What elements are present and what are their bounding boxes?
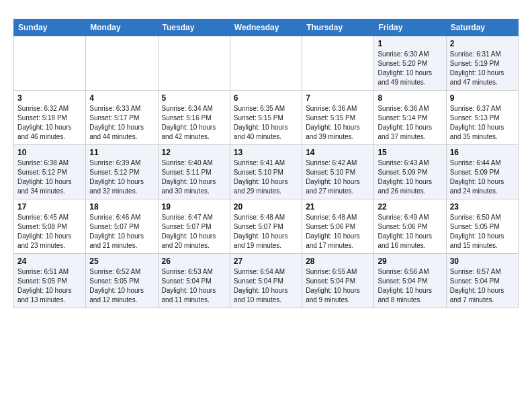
day-detail: Sunrise: 6:39 AM Sunset: 5:12 PM Dayligh… [89,158,154,196]
calendar-cell [158,36,230,91]
calendar-cell: 11Sunrise: 6:39 AM Sunset: 5:12 PM Dayli… [86,145,158,199]
calendar-cell: 18Sunrise: 6:46 AM Sunset: 5:07 PM Dayli… [86,199,158,254]
calendar-cell: 22Sunrise: 6:49 AM Sunset: 5:06 PM Dayli… [374,199,446,254]
calendar-row-5: 24Sunrise: 6:51 AM Sunset: 5:05 PM Dayli… [14,254,519,308]
calendar-cell [230,36,302,91]
calendar-table: SundayMondayTuesdayWednesdayThursdayFrid… [13,19,519,308]
day-detail: Sunrise: 6:48 AM Sunset: 5:07 PM Dayligh… [234,213,298,250]
calendar-cell: 8Sunrise: 6:36 AM Sunset: 5:14 PM Daylig… [374,91,446,145]
day-number: 2 [450,39,515,48]
day-number: 27 [234,257,298,266]
day-detail: Sunrise: 6:32 AM Sunset: 5:18 PM Dayligh… [17,104,82,142]
day-number: 4 [89,93,154,103]
calendar-cell: 25Sunrise: 6:52 AM Sunset: 5:05 PM Dayli… [86,254,158,308]
calendar-cell: 27Sunrise: 6:54 AM Sunset: 5:04 PM Dayli… [230,254,302,308]
day-number: 7 [306,93,370,103]
day-detail: Sunrise: 6:42 AM Sunset: 5:10 PM Dayligh… [306,158,370,196]
calendar-cell: 15Sunrise: 6:43 AM Sunset: 5:09 PM Dayli… [374,145,446,199]
day-detail: Sunrise: 6:35 AM Sunset: 5:15 PM Dayligh… [234,104,298,142]
day-detail: Sunrise: 6:53 AM Sunset: 5:04 PM Dayligh… [162,267,226,305]
calendar-cell: 13Sunrise: 6:41 AM Sunset: 5:10 PM Dayli… [230,145,302,199]
day-detail: Sunrise: 6:49 AM Sunset: 5:06 PM Dayligh… [378,213,442,250]
calendar-cell: 26Sunrise: 6:53 AM Sunset: 5:04 PM Dayli… [158,254,230,308]
day-number: 30 [450,257,515,266]
day-number: 29 [378,257,442,266]
calendar-row-4: 17Sunrise: 6:45 AM Sunset: 5:08 PM Dayli… [14,199,519,254]
calendar-cell: 20Sunrise: 6:48 AM Sunset: 5:07 PM Dayli… [230,199,302,254]
day-number: 1 [378,39,442,48]
calendar-cell: 28Sunrise: 6:55 AM Sunset: 5:04 PM Dayli… [302,254,374,308]
day-detail: Sunrise: 6:43 AM Sunset: 5:09 PM Dayligh… [378,158,442,196]
calendar-row-1: 1Sunrise: 6:30 AM Sunset: 5:20 PM Daylig… [14,36,519,91]
day-number: 21 [306,202,370,212]
day-number: 10 [17,148,82,157]
day-number: 22 [378,202,442,212]
calendar-cell: 23Sunrise: 6:50 AM Sunset: 5:05 PM Dayli… [446,199,518,254]
weekday-header-row: SundayMondayTuesdayWednesdayThursdayFrid… [14,19,519,36]
calendar-cell [14,36,86,91]
day-detail: Sunrise: 6:44 AM Sunset: 5:09 PM Dayligh… [450,158,515,196]
day-number: 19 [162,202,226,212]
weekday-header-friday: Friday [374,19,446,36]
day-detail: Sunrise: 6:47 AM Sunset: 5:07 PM Dayligh… [162,213,226,250]
day-number: 12 [162,148,226,157]
day-detail: Sunrise: 6:46 AM Sunset: 5:07 PM Dayligh… [89,213,154,250]
day-number: 9 [450,93,515,103]
weekday-header-tuesday: Tuesday [158,19,230,36]
calendar-cell: 12Sunrise: 6:40 AM Sunset: 5:11 PM Dayli… [158,145,230,199]
calendar-cell: 14Sunrise: 6:42 AM Sunset: 5:10 PM Dayli… [302,145,374,199]
day-number: 28 [306,257,370,266]
day-detail: Sunrise: 6:57 AM Sunset: 5:04 PM Dayligh… [450,267,515,305]
calendar-cell: 21Sunrise: 6:48 AM Sunset: 5:06 PM Dayli… [302,199,374,254]
day-detail: Sunrise: 6:50 AM Sunset: 5:05 PM Dayligh… [450,213,515,250]
day-detail: Sunrise: 6:40 AM Sunset: 5:11 PM Dayligh… [162,158,226,196]
day-number: 13 [234,148,298,157]
header: General Blue [13,11,519,12]
day-detail: Sunrise: 6:37 AM Sunset: 5:13 PM Dayligh… [450,104,515,142]
calendar-cell: 5Sunrise: 6:34 AM Sunset: 5:16 PM Daylig… [158,91,230,145]
day-detail: Sunrise: 6:52 AM Sunset: 5:05 PM Dayligh… [89,267,154,305]
day-number: 14 [306,148,370,157]
calendar-cell: 2Sunrise: 6:31 AM Sunset: 5:19 PM Daylig… [446,36,518,91]
calendar-cell: 9Sunrise: 6:37 AM Sunset: 5:13 PM Daylig… [446,91,518,145]
day-detail: Sunrise: 6:31 AM Sunset: 5:19 PM Dayligh… [450,50,515,87]
calendar-page: General Blue SundayMondayTuesdayWednesda… [0,0,532,319]
day-detail: Sunrise: 6:36 AM Sunset: 5:14 PM Dayligh… [378,104,442,142]
day-detail: Sunrise: 6:45 AM Sunset: 5:08 PM Dayligh… [17,213,82,250]
day-number: 17 [17,202,82,212]
day-detail: Sunrise: 6:51 AM Sunset: 5:05 PM Dayligh… [17,267,82,305]
day-number: 3 [17,93,82,103]
day-number: 24 [17,257,82,266]
calendar-cell: 29Sunrise: 6:56 AM Sunset: 5:04 PM Dayli… [374,254,446,308]
calendar-cell: 4Sunrise: 6:33 AM Sunset: 5:17 PM Daylig… [86,91,158,145]
calendar-cell [86,36,158,91]
day-detail: Sunrise: 6:41 AM Sunset: 5:10 PM Dayligh… [234,158,298,196]
day-number: 26 [162,257,226,266]
day-number: 15 [378,148,442,157]
day-number: 20 [234,202,298,212]
day-number: 6 [234,93,298,103]
day-detail: Sunrise: 6:56 AM Sunset: 5:04 PM Dayligh… [378,267,442,305]
calendar-cell [302,36,374,91]
day-number: 16 [450,148,515,157]
calendar-cell: 19Sunrise: 6:47 AM Sunset: 5:07 PM Dayli… [158,199,230,254]
calendar-cell: 24Sunrise: 6:51 AM Sunset: 5:05 PM Dayli… [14,254,86,308]
day-number: 5 [162,93,226,103]
day-detail: Sunrise: 6:48 AM Sunset: 5:06 PM Dayligh… [306,213,370,250]
day-detail: Sunrise: 6:55 AM Sunset: 5:04 PM Dayligh… [306,267,370,305]
calendar-cell: 16Sunrise: 6:44 AM Sunset: 5:09 PM Dayli… [446,145,518,199]
day-number: 18 [89,202,154,212]
calendar-cell: 17Sunrise: 6:45 AM Sunset: 5:08 PM Dayli… [14,199,86,254]
day-detail: Sunrise: 6:36 AM Sunset: 5:15 PM Dayligh… [306,104,370,142]
calendar-cell: 6Sunrise: 6:35 AM Sunset: 5:15 PM Daylig… [230,91,302,145]
weekday-header-saturday: Saturday [446,19,518,36]
calendar-row-3: 10Sunrise: 6:38 AM Sunset: 5:12 PM Dayli… [14,145,519,199]
calendar-cell: 3Sunrise: 6:32 AM Sunset: 5:18 PM Daylig… [14,91,86,145]
day-detail: Sunrise: 6:34 AM Sunset: 5:16 PM Dayligh… [162,104,226,142]
day-number: 23 [450,202,515,212]
calendar-cell: 7Sunrise: 6:36 AM Sunset: 5:15 PM Daylig… [302,91,374,145]
day-detail: Sunrise: 6:33 AM Sunset: 5:17 PM Dayligh… [89,104,154,142]
weekday-header-monday: Monday [86,19,158,36]
weekday-header-wednesday: Wednesday [230,19,302,36]
day-detail: Sunrise: 6:38 AM Sunset: 5:12 PM Dayligh… [17,158,82,196]
